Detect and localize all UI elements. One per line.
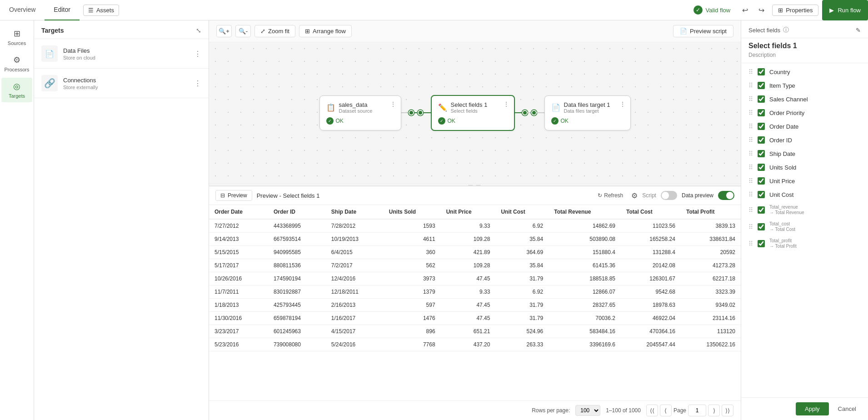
- drag-handle-icon[interactable]: ⠿: [748, 240, 753, 247]
- table-cell: 3839.13: [681, 219, 741, 233]
- assets-button[interactable]: ☰ Assets: [83, 5, 119, 16]
- table-cell: 3973: [384, 272, 441, 285]
- data-files-menu-icon[interactable]: ⋮: [194, 50, 201, 58]
- data-table-container[interactable]: Order Date Order ID Ship Date Units Sold…: [209, 205, 741, 400]
- valid-flow-icon: ✓: [693, 5, 703, 15]
- field-checkbox-country[interactable]: [758, 68, 765, 75]
- col-header-unit-cost: Unit Cost: [495, 205, 549, 219]
- table-cell: 9349.02: [681, 299, 741, 312]
- arrange-flow-button[interactable]: ⊞ Arrange flow: [299, 25, 352, 37]
- drag-handle-icon[interactable]: ⠿: [748, 82, 753, 89]
- tab-editor[interactable]: Editor: [45, 0, 80, 20]
- field-label-unit-price: Unit Price: [769, 178, 861, 185]
- drag-handle-icon[interactable]: ⠿: [748, 206, 753, 214]
- drag-handle-icon[interactable]: ⠿: [748, 164, 753, 171]
- field-checkbox-total-cost[interactable]: [758, 223, 765, 230]
- settings-button[interactable]: ⚙: [631, 191, 638, 200]
- field-checkbox-ship-date[interactable]: [758, 150, 765, 157]
- target-item-data-files[interactable]: 📄 Data Files Store on cloud ⋮: [34, 39, 209, 69]
- flow-node-data-files-target[interactable]: 📄 Data files target 1 Data files target …: [544, 95, 631, 130]
- field-item: ⠿Total_profit→ Total Profit: [741, 235, 868, 252]
- field-checkbox-unit-cost[interactable]: [758, 191, 765, 198]
- table-cell: 9.33: [441, 285, 496, 299]
- edit-icon[interactable]: ✎: [856, 27, 861, 34]
- page-label: Page: [673, 407, 686, 414]
- field-checkbox-order-date[interactable]: [758, 123, 765, 130]
- prev-page-button[interactable]: ⟨: [660, 405, 672, 416]
- drag-handle-icon[interactable]: ⠿: [748, 150, 753, 157]
- table-cell: 62217.18: [681, 272, 741, 285]
- table-cell: 9/14/2013: [209, 233, 268, 246]
- last-page-button[interactable]: ⟩⟩: [722, 405, 733, 416]
- sales-data-status-dot: ✓: [326, 117, 334, 125]
- drag-handle-icon[interactable]: ⠿: [748, 177, 753, 185]
- drag-handle-icon[interactable]: ⠿: [748, 95, 753, 103]
- zoom-out-button[interactable]: 🔍-: [235, 25, 251, 37]
- field-checkbox-total-profit[interactable]: [758, 240, 765, 247]
- target-item-connections[interactable]: 🔗 Connections Store externally ⋮: [34, 69, 209, 98]
- connections-sub: Store externally: [63, 85, 194, 90]
- data-files-target-node-type: Data files target: [564, 108, 624, 114]
- sales-data-menu-icon[interactable]: ⋮: [390, 100, 396, 108]
- page-number-input[interactable]: [688, 405, 706, 416]
- drag-handle-icon[interactable]: ⠿: [748, 109, 753, 116]
- refresh-button[interactable]: ↻ Refresh: [594, 190, 627, 200]
- drag-handle-icon[interactable]: ⠿: [748, 136, 753, 144]
- table-cell: 10/26/2016: [209, 272, 268, 285]
- rows-per-page-select[interactable]: 100 50 200: [575, 405, 600, 416]
- col-header-units-sold: Units Sold: [384, 205, 441, 219]
- right-panel-subtitle: Select fields 1: [741, 38, 868, 52]
- col-header-ship-date: Ship Date: [326, 205, 384, 219]
- field-mapping: Total_revenue→ Total Revenue: [769, 205, 804, 215]
- sales-data-node-type: Dataset source: [339, 108, 394, 114]
- preview-toggle-button[interactable]: ⊟ Preview: [215, 190, 252, 201]
- drag-handle-icon[interactable]: ⠿: [748, 191, 753, 198]
- field-checkbox-order-id[interactable]: [758, 136, 765, 144]
- field-checkbox-order-priority[interactable]: [758, 109, 765, 116]
- table-cell: 1476: [384, 312, 441, 325]
- data-files-target-menu-icon[interactable]: ⋮: [619, 100, 626, 108]
- drag-handle-icon[interactable]: ⠿: [748, 123, 753, 130]
- flow-canvas[interactable]: 📋 sales_data Dataset source ⋮ ✓ OK: [209, 42, 741, 183]
- redo-button[interactable]: ↪: [754, 3, 768, 17]
- sales-data-node-icon: 📋: [326, 103, 335, 112]
- preview-script-button[interactable]: 📄 Preview script: [673, 25, 733, 37]
- run-icon: ▶: [829, 7, 834, 14]
- flow-node-sales-data[interactable]: 📋 sales_data Dataset source ⋮ ✓ OK: [319, 95, 401, 130]
- drag-handle-icon[interactable]: ⠿: [748, 223, 753, 230]
- field-checkbox-units-sold[interactable]: [758, 164, 765, 171]
- table-cell: 9.33: [441, 219, 496, 233]
- zoom-in-button[interactable]: 🔍+: [216, 25, 232, 37]
- cancel-button[interactable]: Cancel: [833, 402, 861, 415]
- table-cell: 5/15/2015: [209, 246, 268, 259]
- sidebar-item-targets[interactable]: ◎ Targets: [1, 78, 32, 102]
- connections-menu-icon[interactable]: ⋮: [194, 79, 201, 88]
- sidebar-item-processors[interactable]: ⚙ Processors: [1, 51, 32, 76]
- next-page-button[interactable]: ⟩: [708, 405, 720, 416]
- flow-node-select-fields[interactable]: ✏️ Select fields 1 Select fields ⋮ ✓ OK: [431, 95, 515, 131]
- script-toggle[interactable]: [661, 191, 677, 200]
- field-checkbox-total-revenue[interactable]: [758, 206, 765, 214]
- field-item: ⠿Ship Date: [741, 147, 868, 160]
- sidebar-item-sources[interactable]: ⊞ Sources: [1, 25, 32, 50]
- first-page-button[interactable]: ⟨⟨: [646, 405, 658, 416]
- connections-name: Connections: [63, 77, 194, 84]
- table-cell: 364.69: [495, 246, 549, 259]
- table-cell: 562: [384, 259, 441, 272]
- properties-button[interactable]: ⊞ Properties: [772, 5, 818, 16]
- run-flow-button[interactable]: ▶ Run flow: [822, 0, 868, 20]
- drag-handle-icon[interactable]: ⠿: [748, 68, 753, 75]
- tab-overview[interactable]: Overview: [0, 0, 45, 20]
- zoom-fit-button[interactable]: ⤢ Zoom fit: [254, 25, 295, 37]
- table-cell: 5/24/2016: [326, 338, 384, 351]
- field-checkbox-item-type[interactable]: [758, 82, 765, 89]
- undo-button[interactable]: ↩: [738, 3, 752, 17]
- field-checkbox-unit-price[interactable]: [758, 177, 765, 185]
- data-preview-toggle[interactable]: [718, 191, 734, 200]
- collapse-targets-button[interactable]: ⤡: [196, 27, 201, 34]
- field-label-sales-channel: Sales Channel: [769, 96, 861, 103]
- select-fields-menu-icon[interactable]: ⋮: [503, 100, 509, 108]
- field-checkbox-sales-channel[interactable]: [758, 95, 765, 103]
- col-header-order-id: Order ID: [268, 205, 326, 219]
- apply-button[interactable]: Apply: [796, 402, 829, 415]
